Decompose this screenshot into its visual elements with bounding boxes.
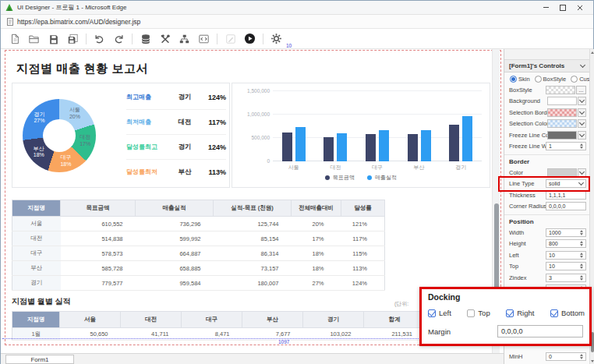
database-button[interactable]: [139, 32, 152, 45]
spinner[interactable]: 800: [546, 239, 586, 248]
select[interactable]: solid: [546, 179, 586, 188]
minimize-button[interactable]: [537, 1, 554, 14]
chevron-down-icon: [579, 97, 585, 103]
new-file-button[interactable]: [8, 32, 21, 45]
close-button[interactable]: [571, 1, 589, 14]
spinner[interactable]: 3: [546, 274, 586, 282]
property-control: 1000: [546, 228, 586, 237]
bar-group: [440, 91, 482, 161]
code-editor-button[interactable]: [197, 32, 210, 45]
guide-label-bottom: 1097: [277, 339, 291, 345]
table-cell: 서울: [12, 217, 61, 231]
checkbox-icon: [506, 309, 514, 317]
table-cell: 124%: [341, 276, 385, 291]
dropdown-button[interactable]: [578, 131, 586, 140]
scroll-up-icon[interactable]: [591, 51, 594, 54]
property-row-color: Color: [504, 167, 589, 178]
open-folder-icon: [28, 34, 40, 44]
table-header-cell: 대구: [182, 312, 242, 328]
swatch[interactable]: [546, 86, 575, 94]
spinner[interactable]: 1000: [546, 228, 586, 237]
dropdown-button[interactable]: [578, 168, 586, 177]
sitemap-button[interactable]: [178, 32, 191, 45]
kpi-region: 경기: [167, 143, 203, 152]
sales-table[interactable]: 지점명목표금액매출실적실적-목표 (천원)전체매출대비달성률서울610,5527…: [12, 200, 384, 291]
bar: [408, 134, 418, 161]
swatch[interactable]: [547, 119, 577, 128]
table-cell: 664,887: [136, 246, 214, 261]
margin-input[interactable]: [497, 325, 583, 337]
radio-option-boxstyle[interactable]: BoxStyle: [535, 76, 567, 83]
bar-group: [356, 91, 398, 161]
settings-button[interactable]: [270, 32, 283, 45]
panel-header[interactable]: [Form1]'s Controls: [504, 60, 589, 72]
docking-checkbox-top[interactable]: Top: [467, 309, 490, 317]
property-row-height: Height800: [504, 239, 589, 250]
kpi-label: 최고매출: [126, 93, 167, 101]
text-input[interactable]: 1,1,1,1: [546, 191, 586, 200]
maximize-button[interactable]: [554, 1, 571, 14]
kpi-row: 달성률최고경기124%: [126, 135, 226, 160]
bar-chart-widget[interactable]: 0500,0001,000,0001,500,000 서울대전대구부산경기 목표…: [232, 83, 490, 188]
spinner[interactable]: 10: [546, 262, 586, 270]
property-row-corner-radius: Corner Radius0,0,0,0: [504, 201, 589, 213]
save-all-button[interactable]: [66, 32, 80, 45]
swatch[interactable]: [547, 168, 577, 177]
swatch[interactable]: [547, 131, 577, 140]
tools-button[interactable]: [158, 32, 171, 45]
site-info-icon: [7, 18, 13, 26]
database-icon: [140, 34, 151, 44]
more-button[interactable]: ...: [576, 86, 586, 94]
dropdown-button[interactable]: [578, 108, 586, 117]
redo-button[interactable]: [112, 32, 126, 45]
open-folder-button[interactable]: [27, 32, 41, 45]
property-row-freeze-line-width: Freeze Line Width1: [504, 141, 589, 153]
spinner-arrows-icon: [578, 252, 585, 259]
bar: [337, 133, 347, 161]
table-cell: 86,314: [214, 246, 292, 261]
property-control: solid: [546, 179, 586, 188]
scroll-down-icon[interactable]: [591, 360, 594, 362]
table-header-cell: 대전: [121, 312, 182, 328]
property-row-top: Top10: [504, 261, 589, 273]
kpi-label: 달성률최고: [126, 143, 167, 151]
dropdown-button[interactable]: [578, 119, 586, 128]
spinner-arrows-icon: [578, 240, 585, 247]
docking-checkbox-right[interactable]: Right: [506, 309, 534, 317]
docking-checkbox-left[interactable]: Left: [428, 309, 451, 317]
table-cell: 73,157: [214, 261, 292, 276]
property-row-zindex: Zindex3: [504, 272, 589, 284]
y-axis-tick: 1,000,000: [235, 111, 270, 117]
bar: [462, 116, 472, 161]
minh-spinner[interactable]: 0: [546, 352, 586, 361]
tools-icon: [160, 34, 171, 44]
chevron-down-icon: [579, 109, 585, 115]
spinner[interactable]: 1: [546, 142, 586, 150]
table-cell: 514,838: [61, 231, 136, 246]
text-input[interactable]: 0,0,0,0: [546, 202, 586, 210]
table-cell: 27%: [292, 276, 341, 291]
spinner[interactable]: 10: [546, 251, 586, 260]
edit-button[interactable]: [224, 32, 237, 45]
kpi-region: 경기: [167, 93, 203, 102]
kpi-value: 117%: [203, 118, 226, 126]
checkbox-icon: [428, 309, 436, 317]
dropdown-button[interactable]: [578, 97, 586, 105]
save-button[interactable]: [47, 32, 60, 45]
undo-button[interactable]: [93, 32, 106, 45]
table-header-cell: 지점명: [12, 312, 60, 328]
form1-tab[interactable]: Form1: [5, 355, 74, 364]
donut-label: 대구18%: [60, 154, 71, 168]
bar: [282, 133, 292, 161]
swatch[interactable]: [547, 108, 577, 117]
run-button[interactable]: [243, 32, 256, 45]
docking-title: Docking: [428, 292, 460, 302]
monthly-sales-table[interactable]: 지점명서울대전대구부산경기합계1월50,65041,7118,4717,6771…: [12, 311, 425, 341]
toolbar-separator: [263, 34, 263, 44]
swatch[interactable]: [547, 97, 577, 105]
docking-checkbox-bottom[interactable]: Bottom: [550, 309, 585, 317]
donut-kpi-widget[interactable]: 서울20%대전17%대구18%부산18%경기27% 최고매출경기124%최저매출…: [12, 83, 230, 188]
radio-option-skin[interactable]: Skin: [510, 76, 530, 83]
kpi-row: 달성률최저부산113%: [126, 160, 226, 184]
urlbar[interactable]: https://epa.bimatrix.com/AUD/designer.js…: [1, 15, 593, 29]
